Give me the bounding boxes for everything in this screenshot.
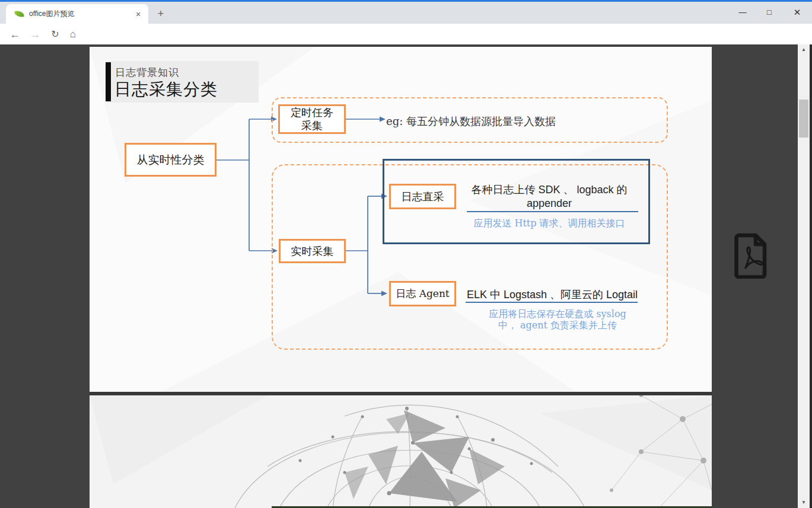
browser-toolbar: ← → ↻ ⌂ ⓘ localhost:8012/onlinePreview?u… (0, 24, 812, 44)
direct-text-underline (467, 211, 638, 212)
slide-title-block: 日志背景知识 日志采集分类 (106, 61, 259, 103)
node-log-direct-collect: 日志直采 (389, 184, 456, 209)
agent-sub-text: 应用将日志保存在硬盘或 syslog 中， agent 负责采集并上传 (469, 308, 647, 331)
window-maximize-button[interactable]: □ (756, 2, 783, 23)
globe-network-graphic (90, 395, 712, 508)
forward-icon[interactable]: → (26, 25, 44, 43)
scrollbar-up-icon[interactable]: ▲ (798, 46, 810, 54)
new-tab-button[interactable]: + (153, 6, 168, 21)
right-edge-strip (810, 44, 812, 508)
slide-subtitle: 日志背景知识 (115, 66, 179, 79)
browser-tab[interactable]: office图片预览 ✕ (6, 4, 148, 24)
slide-1: 日志背景知识 日志采集分类 从实时性分类 定时任务采集 eg: 每五分钟从数据源… (90, 47, 712, 392)
back-icon[interactable]: ← (6, 25, 24, 43)
direct-collect-sub-text: 应用发送 Http 请求、调用相关接口 (451, 218, 647, 230)
scrollbar-thumb[interactable] (799, 100, 808, 138)
home-icon[interactable]: ⌂ (64, 25, 82, 43)
direct-collect-main-text: 各种日志上传 SDK 、 logback 的 appender (451, 183, 647, 210)
page-scrollbar[interactable]: ▲ ▼ (798, 44, 810, 508)
page-title: 日志采集分类 (114, 78, 218, 101)
preview-canvas: 日志背景知识 日志采集分类 从实时性分类 定时任务采集 eg: 每五分钟从数据源… (0, 44, 812, 508)
node-realtime-collect: 实时采集 (279, 239, 346, 263)
window-close-button[interactable]: ✕ (784, 2, 811, 23)
window-minimize-button[interactable]: — (729, 2, 756, 23)
reload-icon[interactable]: ↻ (46, 25, 64, 43)
tab-close-icon[interactable]: ✕ (133, 9, 144, 20)
timed-task-example-text: eg: 每五分钟从数据源批量导入数据 (386, 114, 556, 129)
node-classify-by-realtime: 从实时性分类 (125, 143, 216, 177)
scrollbar-down-icon[interactable]: ▼ (798, 499, 810, 507)
title-bar: office图片预览 ✕ + — □ ✕ (0, 0, 812, 24)
tab-title: office图片预览 (29, 9, 133, 19)
node-timed-task-collect: 定时任务采集 (278, 104, 346, 134)
window-accent-strip (0, 0, 812, 2)
title-accent-bar (106, 62, 111, 101)
slide-2 (90, 395, 712, 508)
agent-text-underline (466, 302, 638, 303)
pdf-file-icon[interactable] (731, 232, 772, 279)
node-log-agent: 日志 Agent (389, 281, 456, 306)
spring-leaf-favicon (14, 9, 24, 19)
agent-main-text: ELK 中 Logstash 、阿里云的 Logtail (460, 287, 644, 302)
